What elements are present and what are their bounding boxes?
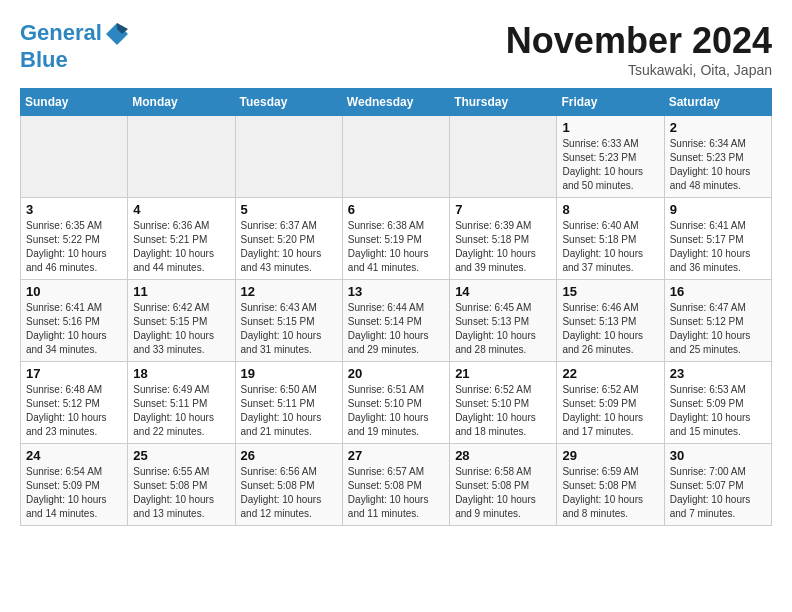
calendar-day-cell: 28Sunrise: 6:58 AM Sunset: 5:08 PM Dayli… [450,444,557,526]
calendar-day-cell: 27Sunrise: 6:57 AM Sunset: 5:08 PM Dayli… [342,444,449,526]
day-info: Sunrise: 6:38 AM Sunset: 5:19 PM Dayligh… [348,219,444,275]
calendar-day-cell: 29Sunrise: 6:59 AM Sunset: 5:08 PM Dayli… [557,444,664,526]
day-number: 27 [348,448,444,463]
day-number: 13 [348,284,444,299]
calendar-day-cell: 12Sunrise: 6:43 AM Sunset: 5:15 PM Dayli… [235,280,342,362]
calendar-day-cell: 16Sunrise: 6:47 AM Sunset: 5:12 PM Dayli… [664,280,771,362]
day-number: 10 [26,284,122,299]
day-info: Sunrise: 6:51 AM Sunset: 5:10 PM Dayligh… [348,383,444,439]
day-info: Sunrise: 6:36 AM Sunset: 5:21 PM Dayligh… [133,219,229,275]
day-number: 28 [455,448,551,463]
day-info: Sunrise: 6:55 AM Sunset: 5:08 PM Dayligh… [133,465,229,521]
day-number: 3 [26,202,122,217]
logo-line2: Blue [20,47,130,72]
day-info: Sunrise: 6:58 AM Sunset: 5:08 PM Dayligh… [455,465,551,521]
calendar-day-cell: 30Sunrise: 7:00 AM Sunset: 5:07 PM Dayli… [664,444,771,526]
calendar-table: SundayMondayTuesdayWednesdayThursdayFrid… [20,88,772,526]
day-of-week-header: Saturday [664,89,771,116]
day-info: Sunrise: 6:57 AM Sunset: 5:08 PM Dayligh… [348,465,444,521]
calendar-day-cell: 20Sunrise: 6:51 AM Sunset: 5:10 PM Dayli… [342,362,449,444]
day-number: 5 [241,202,337,217]
calendar-week-row: 1Sunrise: 6:33 AM Sunset: 5:23 PM Daylig… [21,116,772,198]
day-number: 9 [670,202,766,217]
day-number: 11 [133,284,229,299]
day-number: 4 [133,202,229,217]
day-of-week-header: Sunday [21,89,128,116]
day-number: 6 [348,202,444,217]
day-info: Sunrise: 6:50 AM Sunset: 5:11 PM Dayligh… [241,383,337,439]
logo-text: General [20,20,130,47]
day-number: 16 [670,284,766,299]
calendar-day-cell: 19Sunrise: 6:50 AM Sunset: 5:11 PM Dayli… [235,362,342,444]
calendar-day-cell: 8Sunrise: 6:40 AM Sunset: 5:18 PM Daylig… [557,198,664,280]
day-info: Sunrise: 6:43 AM Sunset: 5:15 PM Dayligh… [241,301,337,357]
calendar-day-cell [450,116,557,198]
day-number: 24 [26,448,122,463]
day-number: 17 [26,366,122,381]
calendar-week-row: 24Sunrise: 6:54 AM Sunset: 5:09 PM Dayli… [21,444,772,526]
calendar-week-row: 17Sunrise: 6:48 AM Sunset: 5:12 PM Dayli… [21,362,772,444]
calendar-day-cell: 25Sunrise: 6:55 AM Sunset: 5:08 PM Dayli… [128,444,235,526]
calendar-day-cell: 11Sunrise: 6:42 AM Sunset: 5:15 PM Dayli… [128,280,235,362]
day-number: 1 [562,120,658,135]
day-number: 25 [133,448,229,463]
calendar-day-cell: 13Sunrise: 6:44 AM Sunset: 5:14 PM Dayli… [342,280,449,362]
day-number: 19 [241,366,337,381]
calendar-day-cell: 7Sunrise: 6:39 AM Sunset: 5:18 PM Daylig… [450,198,557,280]
day-info: Sunrise: 6:59 AM Sunset: 5:08 PM Dayligh… [562,465,658,521]
day-info: Sunrise: 6:41 AM Sunset: 5:16 PM Dayligh… [26,301,122,357]
day-info: Sunrise: 6:34 AM Sunset: 5:23 PM Dayligh… [670,137,766,193]
calendar-day-cell: 18Sunrise: 6:49 AM Sunset: 5:11 PM Dayli… [128,362,235,444]
calendar-day-cell: 24Sunrise: 6:54 AM Sunset: 5:09 PM Dayli… [21,444,128,526]
day-of-week-header: Wednesday [342,89,449,116]
calendar-day-cell [342,116,449,198]
day-info: Sunrise: 6:42 AM Sunset: 5:15 PM Dayligh… [133,301,229,357]
day-info: Sunrise: 6:56 AM Sunset: 5:08 PM Dayligh… [241,465,337,521]
day-number: 14 [455,284,551,299]
day-info: Sunrise: 6:49 AM Sunset: 5:11 PM Dayligh… [133,383,229,439]
day-info: Sunrise: 7:00 AM Sunset: 5:07 PM Dayligh… [670,465,766,521]
day-number: 30 [670,448,766,463]
day-info: Sunrise: 6:52 AM Sunset: 5:09 PM Dayligh… [562,383,658,439]
day-number: 8 [562,202,658,217]
calendar-day-cell [235,116,342,198]
calendar-day-cell: 21Sunrise: 6:52 AM Sunset: 5:10 PM Dayli… [450,362,557,444]
calendar-day-cell: 1Sunrise: 6:33 AM Sunset: 5:23 PM Daylig… [557,116,664,198]
day-number: 12 [241,284,337,299]
logo-icon [104,21,130,47]
calendar-day-cell: 4Sunrise: 6:36 AM Sunset: 5:21 PM Daylig… [128,198,235,280]
page-header: General Blue November 2024 Tsukawaki, Oi… [20,20,772,78]
day-number: 15 [562,284,658,299]
day-info: Sunrise: 6:48 AM Sunset: 5:12 PM Dayligh… [26,383,122,439]
calendar-day-cell: 22Sunrise: 6:52 AM Sunset: 5:09 PM Dayli… [557,362,664,444]
day-number: 22 [562,366,658,381]
day-of-week-header: Tuesday [235,89,342,116]
day-info: Sunrise: 6:41 AM Sunset: 5:17 PM Dayligh… [670,219,766,275]
calendar-week-row: 3Sunrise: 6:35 AM Sunset: 5:22 PM Daylig… [21,198,772,280]
day-number: 20 [348,366,444,381]
day-number: 23 [670,366,766,381]
day-of-week-header: Thursday [450,89,557,116]
calendar-day-cell [128,116,235,198]
calendar-day-cell: 9Sunrise: 6:41 AM Sunset: 5:17 PM Daylig… [664,198,771,280]
calendar-day-cell: 23Sunrise: 6:53 AM Sunset: 5:09 PM Dayli… [664,362,771,444]
day-info: Sunrise: 6:35 AM Sunset: 5:22 PM Dayligh… [26,219,122,275]
day-info: Sunrise: 6:47 AM Sunset: 5:12 PM Dayligh… [670,301,766,357]
day-number: 2 [670,120,766,135]
day-of-week-header: Friday [557,89,664,116]
calendar-week-row: 10Sunrise: 6:41 AM Sunset: 5:16 PM Dayli… [21,280,772,362]
logo: General Blue [20,20,130,72]
day-info: Sunrise: 6:37 AM Sunset: 5:20 PM Dayligh… [241,219,337,275]
day-info: Sunrise: 6:52 AM Sunset: 5:10 PM Dayligh… [455,383,551,439]
day-info: Sunrise: 6:33 AM Sunset: 5:23 PM Dayligh… [562,137,658,193]
day-number: 26 [241,448,337,463]
day-info: Sunrise: 6:44 AM Sunset: 5:14 PM Dayligh… [348,301,444,357]
calendar-day-cell: 5Sunrise: 6:37 AM Sunset: 5:20 PM Daylig… [235,198,342,280]
day-info: Sunrise: 6:46 AM Sunset: 5:13 PM Dayligh… [562,301,658,357]
calendar-day-cell: 15Sunrise: 6:46 AM Sunset: 5:13 PM Dayli… [557,280,664,362]
calendar-day-cell: 2Sunrise: 6:34 AM Sunset: 5:23 PM Daylig… [664,116,771,198]
title-block: November 2024 Tsukawaki, Oita, Japan [506,20,772,78]
calendar-day-cell: 26Sunrise: 6:56 AM Sunset: 5:08 PM Dayli… [235,444,342,526]
location-subtitle: Tsukawaki, Oita, Japan [506,62,772,78]
day-info: Sunrise: 6:53 AM Sunset: 5:09 PM Dayligh… [670,383,766,439]
